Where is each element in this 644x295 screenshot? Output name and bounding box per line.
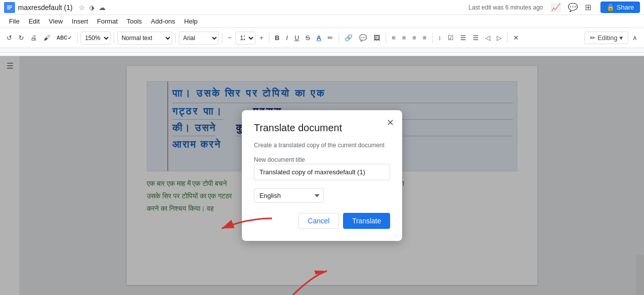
header-action-icons: 📈 💬 ⊞ <box>549 1 593 14</box>
comment-button[interactable]: 💬 <box>357 32 370 44</box>
arrow-to-translate <box>282 261 347 296</box>
document-title: maxresdefault (1) <box>18 4 73 12</box>
font-size-select[interactable]: 12 10 14 16 <box>235 32 255 45</box>
print-button[interactable]: 🖨 <box>28 32 40 44</box>
language-select[interactable]: English Hindi Spanish French German <box>254 188 324 203</box>
svg-rect-3 <box>7 9 11 10</box>
main-area: ☰ पाा। उसके सिर पर टोपियो का एक गट्ठर पा… <box>0 56 644 295</box>
cloud-icon[interactable]: ☁ <box>98 3 107 13</box>
zoom-select[interactable]: 150% 100% 125% 200% <box>81 32 111 45</box>
link-button[interactable]: 🔗 <box>342 32 355 44</box>
align-right-button[interactable]: ≡ <box>410 32 419 44</box>
share-button[interactable]: 🔒 Share <box>600 2 640 13</box>
separator9 <box>507 33 508 43</box>
menu-tools[interactable]: Tools <box>123 17 146 26</box>
dialog-close-button[interactable]: ✕ <box>387 118 394 127</box>
last-edit-text: Last edit was 6 minutes ago <box>469 4 543 11</box>
menu-view[interactable]: View <box>45 17 67 26</box>
editing-label: Editing <box>597 34 617 42</box>
menu-edit[interactable]: Edit <box>25 17 44 26</box>
svg-rect-1 <box>7 6 12 7</box>
separator4 <box>222 33 222 43</box>
pencil-icon: ✏ <box>590 34 595 42</box>
menu-format[interactable]: Format <box>93 17 122 26</box>
menu-bar: File Edit View Insert Format Tools Add-o… <box>0 15 644 28</box>
modal-overlay: Translate document ✕ Create a translated… <box>0 56 644 295</box>
checklist-button[interactable]: ☑ <box>445 32 456 44</box>
bold-button[interactable]: B <box>272 32 282 44</box>
dialog-footer: Cancel Translate <box>254 213 390 229</box>
menu-help[interactable]: Help <box>180 17 202 26</box>
separator6 <box>339 33 339 43</box>
clear-format-button[interactable]: ✕ <box>511 32 521 44</box>
doc-title-label: New document title <box>254 156 305 163</box>
translate-dialog: Translate document ✕ Create a translated… <box>242 110 402 241</box>
cancel-button[interactable]: Cancel <box>298 213 340 229</box>
redo-button[interactable]: ↻ <box>16 32 27 44</box>
increase-font-button[interactable]: + <box>257 32 266 44</box>
image-button[interactable]: 🖼 <box>371 32 383 44</box>
translate-button[interactable]: Translate <box>343 213 390 229</box>
separator5 <box>269 33 269 43</box>
comment-icon[interactable]: 💬 <box>566 1 580 14</box>
chevron-down-icon: ▾ <box>619 34 623 42</box>
undo-button[interactable]: ↺ <box>4 32 15 44</box>
separator2 <box>114 33 114 43</box>
apps-icon[interactable]: ⊞ <box>583 1 593 14</box>
menu-file[interactable]: File <box>5 17 24 26</box>
paint-format-button[interactable]: 🖌 <box>41 32 53 44</box>
separator1 <box>77 33 78 43</box>
collapse-toolbar-button[interactable]: ∧ <box>630 32 640 44</box>
menu-addons[interactable]: Add-ons <box>147 17 179 26</box>
strikethrough-button[interactable]: S <box>303 32 312 44</box>
dialog-title: Translate document <box>254 122 390 134</box>
spell-check-button[interactable]: ABC✓ <box>54 33 74 43</box>
separator7 <box>386 33 386 43</box>
star-icon[interactable]: ☆ <box>78 3 86 13</box>
share-lock-icon: 🔒 <box>606 4 614 11</box>
font-select[interactable]: Arial Times New Roman Courier New <box>179 32 219 45</box>
move-icon[interactable]: ⬗ <box>88 3 96 13</box>
align-left-button[interactable]: ≡ <box>389 32 398 44</box>
svg-rect-2 <box>7 7 12 8</box>
top-bar: maxresdefault (1) ☆ ⬗ ☁ Last edit was 6 … <box>0 0 644 15</box>
separator8 <box>432 33 433 43</box>
line-spacing-button[interactable]: ↕ <box>436 32 444 44</box>
underline-button[interactable]: U <box>292 32 301 44</box>
google-docs-icon <box>4 2 15 13</box>
dialog-description: Create a translated copy of the current … <box>254 142 390 149</box>
bullet-list-button[interactable]: ☰ <box>458 32 469 44</box>
trend-icon[interactable]: 📈 <box>549 1 563 14</box>
style-select[interactable]: Normal text Heading 1 Heading 2 <box>117 32 172 45</box>
editing-mode-button[interactable]: ✏ Editing ▾ <box>584 32 628 44</box>
ruler-line <box>0 52 644 53</box>
toolbar: ↺ ↻ 🖨 🖌 ABC✓ 150% 100% 125% 200% Normal … <box>0 28 644 48</box>
ruler <box>0 48 644 56</box>
align-center-button[interactable]: ≡ <box>400 32 409 44</box>
font-color-button[interactable]: A <box>314 32 324 44</box>
indent-less-button[interactable]: ◁ <box>483 32 493 44</box>
share-label: Share <box>616 4 634 11</box>
doc-action-icons: ☆ ⬗ ☁ <box>78 3 107 13</box>
justify-button[interactable]: ≡ <box>420 32 429 44</box>
separator3 <box>175 33 176 43</box>
new-doc-title-input[interactable] <box>254 164 390 180</box>
italic-button[interactable]: I <box>283 32 290 44</box>
menu-insert[interactable]: Insert <box>68 17 92 26</box>
ordered-list-button[interactable]: ☰ <box>470 32 481 44</box>
decrease-font-button[interactable]: − <box>225 32 234 44</box>
language-selector-wrapper: English Hindi Spanish French German <box>254 188 390 203</box>
indent-more-button[interactable]: ▷ <box>494 32 504 44</box>
highlight-button[interactable]: ✏ <box>325 32 336 44</box>
